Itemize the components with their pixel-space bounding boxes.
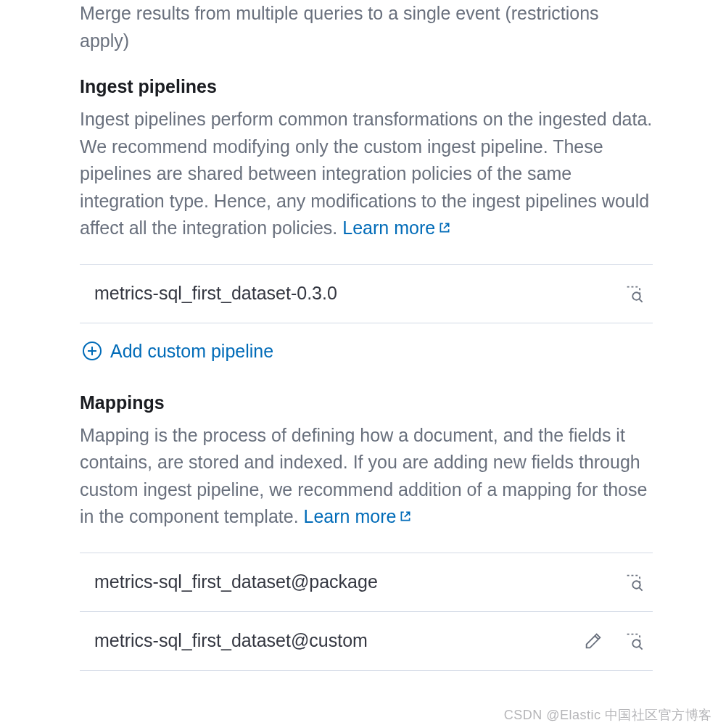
ingest-pipelines-description: Ingest pipelines perform common transfor… xyxy=(80,106,653,242)
pipeline-name: metrics-sql_first_dataset-0.3.0 xyxy=(94,283,337,304)
pencil-icon xyxy=(583,631,603,651)
inspect-mapping-button[interactable] xyxy=(621,628,647,654)
inspect-icon xyxy=(624,631,644,651)
ingest-pipelines-heading: Ingest pipelines xyxy=(80,76,653,97)
pipeline-row-actions xyxy=(621,281,647,307)
add-custom-pipeline-button[interactable]: Add custom pipeline xyxy=(80,323,653,386)
mappings-description: Mapping is the process of defining how a… xyxy=(80,422,653,531)
pipeline-row: metrics-sql_first_dataset-0.3.0 xyxy=(80,264,653,323)
mappings-heading: Mappings xyxy=(80,392,653,413)
inspect-mapping-button[interactable] xyxy=(621,569,647,595)
ingest-learn-more-link[interactable]: Learn more xyxy=(342,218,451,238)
edit-mapping-button[interactable] xyxy=(580,628,606,654)
inspect-icon xyxy=(624,572,644,592)
external-link-icon xyxy=(438,221,451,234)
svg-point-0 xyxy=(632,292,640,300)
mapping-row: metrics-sql_first_dataset@package xyxy=(80,553,653,611)
mapping-row-actions xyxy=(580,628,647,654)
mappings-learn-more-link[interactable]: Learn more xyxy=(304,506,413,526)
mapping-name: metrics-sql_first_dataset@custom xyxy=(94,630,368,651)
mapping-row-actions xyxy=(621,569,647,595)
inspect-pipeline-button[interactable] xyxy=(621,281,647,307)
external-link-icon xyxy=(399,510,412,523)
merge-description: Merge results from multiple queries to a… xyxy=(80,0,653,54)
svg-point-2 xyxy=(632,640,640,648)
add-custom-pipeline-label: Add custom pipeline xyxy=(110,341,273,362)
ingest-pipeline-list: metrics-sql_first_dataset-0.3.0 Add cust… xyxy=(80,264,653,386)
plus-circle-icon xyxy=(83,342,102,360)
mapping-row: metrics-sql_first_dataset@custom xyxy=(80,611,653,671)
mappings-list: metrics-sql_first_dataset@package metric… xyxy=(80,553,653,671)
inspect-icon xyxy=(624,284,644,304)
svg-point-1 xyxy=(632,581,640,589)
mapping-name: metrics-sql_first_dataset@package xyxy=(94,571,378,592)
